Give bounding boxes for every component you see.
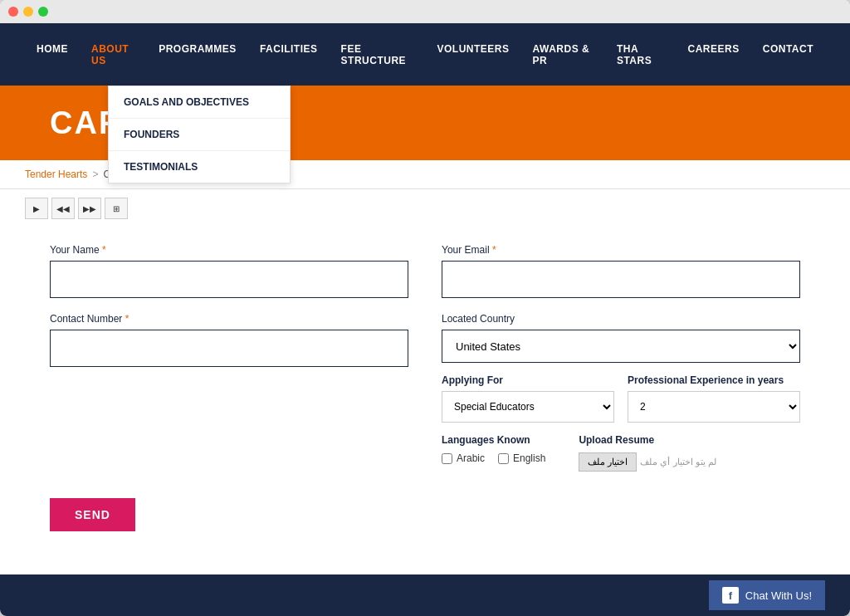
breadcrumb-separator: > [92,169,98,180]
nav-item-awards[interactable]: AWARDS & PR [521,23,605,90]
english-checkbox[interactable] [498,453,509,464]
rewind-button[interactable]: ◀◀ [51,198,75,219]
nav-item-stars[interactable]: THA STARS [605,23,677,90]
dropdown-testimonials[interactable]: TESTIMONIALS [109,151,290,183]
applying-label: Applying For [442,374,614,386]
browser-window: HOME ABOUT US PROGRAMMES FACILITIES FEE … [0,0,850,616]
upload-label: Upload Resume [579,434,716,446]
media-controls: ▶ ◀◀ ▶▶ ⊞ [0,189,850,227]
facebook-icon: f [722,587,739,604]
experience-group: Professional Experience in years 1 2 3 4… [628,374,800,423]
breadcrumb-home[interactable]: Tender Hearts [25,169,87,180]
send-button[interactable]: SEND [50,498,135,531]
nav-link-contact[interactable]: CONTACT [751,23,825,78]
experience-select[interactable]: 1 2 3 4 5 6+ [628,391,800,423]
chat-button[interactable]: f Chat With Us! [709,580,825,610]
name-input[interactable] [50,261,408,298]
forward-button[interactable]: ▶▶ [78,198,101,219]
choose-file-button[interactable]: اختيار ملف [579,452,637,472]
email-label: Your Email * [442,244,800,256]
email-input[interactable] [442,261,800,298]
name-label: Your Name * [50,244,408,256]
footer: f Chat With Us! [0,574,850,616]
nav-items: HOME ABOUT US PROGRAMMES FACILITIES FEE … [25,23,825,90]
play-button[interactable]: ▶ [25,198,48,219]
languages-label: Languages Known [442,434,545,446]
applying-select[interactable]: Special Educators Teacher Assistant Admi… [442,391,614,423]
upload-group: Upload Resume اختيار ملف لم يتو اختيار أ… [579,434,716,472]
nav-item-facilities[interactable]: FACILITIES [248,23,330,90]
applying-group: Applying For Special Educators Teacher A… [442,374,614,423]
dropdown-founders[interactable]: FOUNDERS [109,119,290,151]
minimize-dot[interactable] [23,7,33,17]
country-select[interactable]: United States Pakistan UAE UK Canada Aus… [442,330,800,363]
form-row-name-email: Your Name * Your Email * [50,244,800,298]
grid-button[interactable]: ⊞ [105,198,128,219]
contact-label: Contact Number * [50,313,408,325]
languages-group: Languages Known Arabic English [442,434,545,472]
arabic-checkbox[interactable] [442,453,452,464]
nav-item-careers[interactable]: CAREERS [677,23,751,90]
applying-experience-row: Applying For Special Educators Teacher A… [442,374,800,423]
nav-item-fee[interactable]: FEE STRUCTURE [330,23,426,90]
arabic-label: Arabic [457,452,485,464]
nav-link-awards[interactable]: AWARDS & PR [521,23,605,90]
file-name-display: لم يتو اختيار أي ملف [640,457,716,467]
nav-item-volunteers[interactable]: VOLUNTEERS [426,23,521,90]
close-dot[interactable] [8,7,18,17]
arabic-checkbox-item: Arabic [442,452,485,464]
nav-item-contact[interactable]: CONTACT [751,23,825,90]
experience-label: Professional Experience in years [628,374,800,386]
nav-link-fee[interactable]: FEE STRUCTURE [330,23,426,90]
english-checkbox-item: English [498,452,545,464]
nav-link-about[interactable]: ABOUT US [80,23,147,90]
nav-link-volunteers[interactable]: VOLUNTEERS [426,23,521,78]
english-label: English [513,452,545,464]
chat-label: Chat With Us! [745,589,812,602]
about-dropdown: GOALS AND OBJECTIVES FOUNDERS TESTIMONIA… [108,86,291,183]
name-group: Your Name * [50,244,408,298]
browser-titlebar [0,0,850,23]
languages-upload-row: Languages Known Arabic English [442,434,800,472]
contact-input[interactable] [50,330,408,367]
nav-link-home[interactable]: HOME [25,23,80,78]
nav-link-facilities[interactable]: FACILITIES [248,23,330,78]
nav-link-stars[interactable]: THA STARS [605,23,677,90]
country-group: Located Country United States Pakistan U… [442,313,800,363]
nav-item-about[interactable]: ABOUT US [80,23,147,90]
contact-group: Contact Number * [50,313,408,472]
nav-item-programmes[interactable]: PROGRAMMES [147,23,248,90]
nav-link-careers[interactable]: CAREERS [677,23,751,78]
right-column: Located Country United States Pakistan U… [442,313,800,472]
upload-btn-area: اختيار ملف لم يتو اختيار أي ملف [579,452,716,472]
navbar: HOME ABOUT US PROGRAMMES FACILITIES FEE … [0,23,850,86]
dropdown-goals[interactable]: GOALS AND OBJECTIVES [109,86,290,119]
checkbox-row: Arabic English [442,452,545,464]
page-content: HOME ABOUT US PROGRAMMES FACILITIES FEE … [0,23,850,616]
country-label: Located Country [442,313,800,325]
careers-form: Your Name * Your Email * Con [0,227,850,574]
email-group: Your Email * [442,244,800,298]
nav-item-home[interactable]: HOME [25,23,80,90]
form-row-contact-country: Contact Number * Located Country United … [50,313,800,472]
maximize-dot[interactable] [38,7,48,17]
nav-link-programmes[interactable]: PROGRAMMES [147,23,248,78]
